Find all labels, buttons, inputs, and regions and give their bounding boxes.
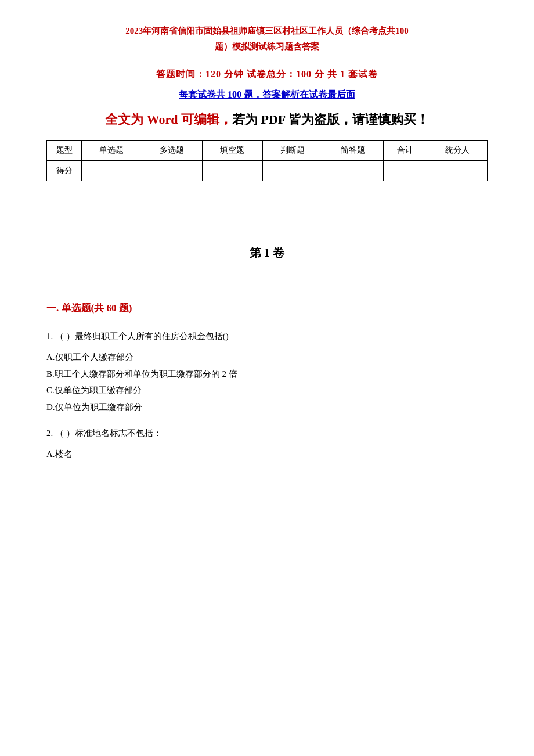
question-1-options: A.仅职工个人缴存部分 B.职工个人缴存部分和单位为职工缴存部分的 2 倍 C.…	[46, 349, 488, 415]
option-1c: C.仅单位为职工缴存部分	[46, 382, 488, 399]
col-fill: 填空题	[202, 141, 262, 161]
spacer	[46, 199, 488, 233]
score-fill	[202, 161, 262, 181]
exam-warning: 全文为 Word 可编辑，若为 PDF 皆为盗版，请谨慎购买！	[46, 109, 488, 129]
option-2a: A.楼名	[46, 446, 488, 463]
table-score-row: 得分	[47, 161, 488, 181]
question-2-text: 2. （ ）标准地名标志不包括：	[46, 426, 488, 441]
exam-notice: 每套试卷共 100 题，答案解析在试卷最后面	[46, 89, 488, 101]
score-multi	[142, 161, 202, 181]
spacer2	[46, 284, 488, 301]
col-title: 题型	[47, 141, 82, 161]
score-table: 题型 单选题 多选题 填空题 判断题 简答题 合计 统分人 得分	[46, 140, 488, 181]
col-scorer: 统分人	[427, 141, 488, 161]
score-label: 得分	[47, 161, 82, 181]
score-judge	[262, 161, 323, 181]
question-1-text: 1. （ ）最终归职工个人所有的住房公积金包括()	[46, 329, 488, 344]
page-title: 2023年河南省信阳市固始县祖师庙镇三区村社区工作人员（综合考点共100 题）模…	[46, 23, 488, 55]
col-total: 合计	[383, 141, 427, 161]
section-title: 一. 单选题(共 60 题)	[46, 301, 488, 315]
exam-info: 答题时间：120 分钟 试卷总分：100 分 共 1 套试卷	[46, 69, 488, 81]
score-single	[82, 161, 142, 181]
question-1: 1. （ ）最终归职工个人所有的住房公积金包括() A.仅职工个人缴存部分 B.…	[46, 329, 488, 415]
option-1b: B.职工个人缴存部分和单位为职工缴存部分的 2 倍	[46, 366, 488, 383]
volume-title: 第 1 卷	[46, 245, 488, 261]
col-single: 单选题	[82, 141, 142, 161]
col-short: 简答题	[323, 141, 383, 161]
col-judge: 判断题	[262, 141, 323, 161]
question-2: 2. （ ）标准地名标志不包括： A.楼名	[46, 426, 488, 463]
table-header-row: 题型 单选题 多选题 填空题 判断题 简答题 合计 统分人	[47, 141, 488, 161]
option-1d: D.仅单位为职工缴存部分	[46, 399, 488, 416]
col-multi: 多选题	[142, 141, 202, 161]
option-1a: A.仅职工个人缴存部分	[46, 349, 488, 366]
score-total	[383, 161, 427, 181]
question-2-options: A.楼名	[46, 446, 488, 463]
score-short	[323, 161, 383, 181]
score-scorer	[427, 161, 488, 181]
